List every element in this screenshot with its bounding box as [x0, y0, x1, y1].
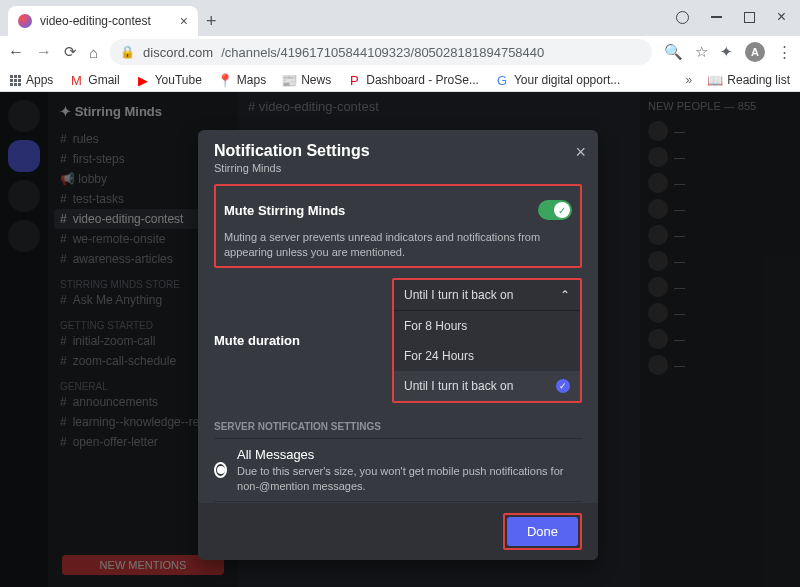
lock-icon: 🔒	[120, 45, 135, 59]
option-24-hours[interactable]: For 24 Hours	[394, 341, 580, 371]
tab-close-icon[interactable]: ×	[180, 13, 188, 29]
option-8-hours[interactable]: For 8 Hours	[394, 311, 580, 341]
done-button-highlight: Done	[503, 513, 582, 550]
dropdown-options: For 8 Hours For 24 Hours Until I turn it…	[394, 310, 580, 401]
modal-body: Mute Stirring Minds ✓ Muting a server pr…	[198, 182, 598, 503]
browser-tab[interactable]: video-editing-contest ×	[8, 6, 198, 36]
bookmark-dashboard[interactable]: PDashboard - ProSe...	[347, 73, 479, 87]
mute-duration-row: Mute duration Until I turn it back on ⌃ …	[214, 268, 582, 407]
mute-server-label: Mute Stirring Minds	[224, 203, 345, 218]
option-until-back-on[interactable]: Until I turn it back on ✓	[394, 371, 580, 401]
mute-toggle[interactable]: ✓	[538, 200, 572, 220]
mute-duration-dropdown[interactable]: Until I turn it back on ⌃	[394, 280, 580, 310]
bookmark-apps[interactable]: Apps	[10, 73, 53, 87]
bookmarks-bar: Apps MGmail ▶YouTube 📍Maps 📰News PDashbo…	[0, 68, 800, 92]
new-tab-button[interactable]: +	[206, 11, 217, 32]
modal-close-icon[interactable]: ×	[575, 142, 586, 163]
bookmark-youtube[interactable]: ▶YouTube	[136, 73, 202, 87]
browser-menu-icon[interactable]: ⋮	[777, 43, 792, 61]
mute-server-highlight: Mute Stirring Minds ✓ Muting a server pr…	[214, 184, 582, 268]
discord-app: ✦ Stirring Minds # rules # first-steps 📢…	[0, 92, 800, 587]
bookmark-maps[interactable]: 📍Maps	[218, 73, 266, 87]
selected-check-icon: ✓	[556, 379, 570, 393]
nav-back-button[interactable]: ←	[8, 43, 24, 61]
window-close-icon[interactable]: ×	[777, 8, 786, 26]
mute-duration-label: Mute duration	[214, 333, 300, 348]
tab-title: video-editing-contest	[40, 14, 151, 28]
reload-button[interactable]: ⟳	[64, 43, 77, 61]
chevron-up-icon: ⌃	[560, 288, 570, 302]
radio-all-label: All Messages	[237, 447, 582, 462]
address-bar[interactable]: 🔒 discord.com/channels/41961710584410932…	[110, 39, 652, 65]
minimize-icon[interactable]	[711, 16, 722, 18]
modal-header: Notification Settings Stirring Minds ×	[198, 130, 598, 182]
modal-footer: Done	[198, 503, 598, 560]
modal-title: Notification Settings	[214, 142, 582, 160]
radio-all-messages[interactable]: All Messages Due to this server's size, …	[214, 438, 582, 502]
browser-toolbar: ← → ⟳ ⌂ 🔒 discord.com/channels/419617105…	[0, 36, 800, 68]
bookmark-star-icon[interactable]: ☆	[695, 43, 708, 61]
nav-forward-button[interactable]: →	[36, 43, 52, 61]
url-host: discord.com	[143, 45, 213, 60]
browser-chrome: video-editing-contest × + × ← → ⟳ ⌂ 🔒 di…	[0, 0, 800, 92]
window-controls: ×	[676, 8, 800, 36]
home-button[interactable]: ⌂	[89, 44, 98, 61]
bookmarks-overflow-icon[interactable]: »	[686, 73, 693, 87]
reading-list-button[interactable]: 📖Reading list	[708, 73, 790, 87]
url-path: /channels/419617105844109323/80502818189…	[221, 45, 544, 60]
done-button[interactable]: Done	[507, 517, 578, 546]
account-indicator-icon[interactable]	[676, 11, 689, 24]
notification-settings-modal: Notification Settings Stirring Minds × M…	[198, 130, 598, 560]
bookmark-news[interactable]: 📰News	[282, 73, 331, 87]
radio-icon	[214, 462, 227, 478]
mute-duration-highlight: Until I turn it back on ⌃ For 8 Hours Fo…	[392, 278, 582, 403]
extensions-icon[interactable]: ✦	[720, 43, 733, 61]
bookmark-gmail[interactable]: MGmail	[69, 73, 119, 87]
server-notification-section-label: SERVER NOTIFICATION SETTINGS	[214, 421, 582, 432]
profile-avatar[interactable]: A	[745, 42, 765, 62]
discord-favicon	[18, 14, 32, 28]
bookmark-digital[interactable]: GYour digital opport...	[495, 73, 620, 87]
titlebar: video-editing-contest × + ×	[0, 0, 800, 36]
zoom-icon[interactable]: 🔍	[664, 43, 683, 61]
radio-all-description: Due to this server's size, you won't get…	[237, 464, 582, 494]
dropdown-selected-value: Until I turn it back on	[404, 288, 513, 302]
maximize-icon[interactable]	[744, 12, 755, 23]
modal-subtitle: Stirring Minds	[214, 162, 582, 174]
mute-server-description: Muting a server prevents unread indicato…	[224, 230, 572, 260]
